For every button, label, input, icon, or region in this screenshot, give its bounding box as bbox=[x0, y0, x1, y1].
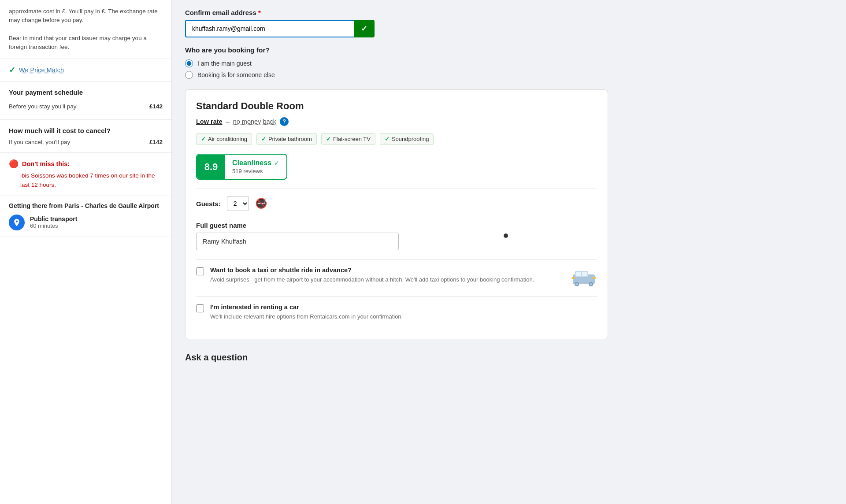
sidebar: approximate cost in £. You'll pay in €. … bbox=[0, 0, 172, 504]
price-match-label[interactable]: We Price Match bbox=[19, 67, 64, 74]
price-match-row: ✓ We Price Match bbox=[0, 59, 171, 82]
svg-point-5 bbox=[575, 283, 578, 285]
amenity-bathroom-label: Private bathroom bbox=[268, 136, 312, 142]
guests-label: Guests: bbox=[196, 200, 221, 208]
car-rental-title: I'm interested in renting a car bbox=[210, 304, 403, 311]
transport-name: Public transport bbox=[30, 215, 77, 222]
amenity-tv-label: Flat-screen TV bbox=[333, 136, 371, 142]
email-confirm-button[interactable]: ✓ bbox=[354, 20, 375, 37]
transport-time: 60 minutes bbox=[30, 222, 77, 229]
no-money-back-label: no money back bbox=[233, 118, 276, 125]
email-input-row: ✓ bbox=[185, 20, 375, 37]
getting-there-title: Getting there from Paris - Charles de Ga… bbox=[9, 202, 163, 209]
ask-question-section: Ask a question bbox=[185, 352, 833, 363]
car-rental-text: I'm interested in renting a car We'll in… bbox=[210, 304, 403, 321]
svg-point-7 bbox=[590, 283, 592, 285]
amenity-check-icon-2: ✓ bbox=[261, 136, 266, 142]
divider bbox=[196, 189, 597, 189]
before-stay-label: Before you stay you'll pay bbox=[9, 103, 76, 110]
low-rate-label: Low rate bbox=[196, 118, 223, 125]
amenity-check-icon-3: ✓ bbox=[326, 136, 331, 142]
amenities-row: ✓ Air conditioning ✓ Private bathroom ✓ … bbox=[196, 133, 597, 145]
amenity-flat-screen-tv: ✓ Flat-screen TV bbox=[321, 133, 375, 145]
alert-icon: 🔴 bbox=[9, 159, 19, 169]
payment-schedule-title: Your payment schedule bbox=[9, 89, 163, 96]
email-label: Confirm email address * bbox=[185, 9, 833, 16]
before-stay-row: Before you stay you'll pay £142 bbox=[9, 100, 163, 112]
amenity-soundproofing: ✓ Soundproofing bbox=[380, 133, 434, 145]
amenity-air-label: Air conditioning bbox=[208, 136, 247, 142]
dont-miss-section: 🔴 Don't miss this: ibis Soissons was boo… bbox=[0, 153, 171, 196]
radio-someone-else-label: Booking is for someone else bbox=[197, 71, 275, 78]
svg-rect-3 bbox=[582, 272, 587, 276]
radio-main-guest[interactable]: I am the main guest bbox=[185, 59, 833, 67]
taxi-car-icon bbox=[571, 267, 597, 288]
svg-rect-2 bbox=[576, 272, 581, 276]
cleanliness-badge: 8.9 Cleanliness ✓ 519 reviews bbox=[196, 154, 287, 180]
cleanliness-title-row: Cleanliness ✓ bbox=[232, 159, 279, 167]
rate-row: Low rate – no money back ? bbox=[196, 117, 597, 126]
sidebar-top-note: approximate cost in £. You'll pay in €. … bbox=[0, 0, 171, 59]
info-icon[interactable]: ? bbox=[280, 117, 289, 126]
car-rental-desc: We'll include relevant hire options from… bbox=[210, 312, 403, 321]
amenity-soundproofing-label: Soundproofing bbox=[392, 136, 429, 142]
guest-name-section: Full guest name bbox=[196, 222, 597, 250]
guest-name-input[interactable] bbox=[196, 233, 399, 250]
room-title: Standard Double Room bbox=[196, 100, 597, 112]
taxi-option: Want to book a taxi or shuttle ride in a… bbox=[196, 259, 597, 296]
amenity-check-icon-4: ✓ bbox=[385, 136, 390, 142]
guests-row: Guests: 1 2 3 4 🚭 bbox=[196, 196, 597, 211]
car-rental-checkbox[interactable] bbox=[196, 304, 204, 312]
transport-info: Public transport 60 minutes bbox=[30, 215, 77, 229]
taxi-icon-wrapper bbox=[571, 267, 597, 289]
amenity-check-icon: ✓ bbox=[201, 136, 206, 142]
payment-schedule-section: Your payment schedule Before you stay yo… bbox=[0, 82, 171, 120]
taxi-desc: Avoid surprises - get from the airport t… bbox=[210, 275, 534, 284]
cancel-amount: £142 bbox=[149, 139, 163, 145]
taxi-text: Want to book a taxi or shuttle ride in a… bbox=[210, 267, 534, 284]
cleanliness-label: Cleanliness bbox=[232, 159, 271, 167]
radio-someone-else-input[interactable] bbox=[185, 71, 193, 79]
svg-rect-9 bbox=[593, 277, 596, 279]
guests-select[interactable]: 1 2 3 4 bbox=[227, 196, 249, 211]
main-content: Confirm email address * ✓ Who are you bo… bbox=[172, 0, 846, 504]
cleanliness-section: 8.9 Cleanliness ✓ 519 reviews bbox=[196, 154, 597, 180]
transport-row: Public transport 60 minutes bbox=[9, 215, 163, 230]
email-confirm-section: Confirm email address * ✓ bbox=[185, 9, 833, 37]
radio-main-guest-input[interactable] bbox=[185, 59, 193, 67]
ask-question-title: Ask a question bbox=[185, 352, 833, 363]
car-rental-option: I'm interested in renting a car We'll in… bbox=[196, 296, 597, 328]
cancellation-title: How much will it cost to cancel? bbox=[9, 127, 163, 134]
guest-name-label: Full guest name bbox=[196, 222, 597, 229]
getting-there-section: Getting there from Paris - Charles de Ga… bbox=[0, 196, 171, 237]
svg-rect-8 bbox=[571, 277, 575, 279]
booking-for-section: Who are you booking for? I am the main g… bbox=[185, 46, 833, 79]
radio-someone-else[interactable]: Booking is for someone else bbox=[185, 71, 833, 79]
cancel-label: If you cancel, you'll pay bbox=[9, 139, 70, 145]
email-confirm-check-icon: ✓ bbox=[361, 24, 367, 33]
transport-icon bbox=[9, 215, 25, 230]
top-note-line2: Bear in mind that your card issuer may c… bbox=[9, 34, 163, 52]
no-smoking-icon: 🚭 bbox=[255, 198, 267, 209]
amenity-private-bathroom: ✓ Private bathroom bbox=[256, 133, 317, 145]
radio-main-guest-label: I am the main guest bbox=[197, 60, 252, 67]
cancel-row: If you cancel, you'll pay £142 bbox=[9, 139, 163, 145]
cleanliness-reviews: 519 reviews bbox=[232, 168, 279, 174]
taxi-title: Want to book a taxi or shuttle ride in a… bbox=[210, 267, 534, 274]
cleanliness-score: 8.9 bbox=[197, 155, 225, 179]
cancellation-section: How much will it cost to cancel? If you … bbox=[0, 120, 171, 153]
amenity-air-conditioning: ✓ Air conditioning bbox=[196, 133, 252, 145]
email-input[interactable] bbox=[185, 20, 354, 37]
cleanliness-check-icon: ✓ bbox=[274, 159, 279, 167]
taxi-checkbox[interactable] bbox=[196, 267, 204, 275]
before-stay-amount: £142 bbox=[149, 103, 163, 110]
cleanliness-info: Cleanliness ✓ 519 reviews bbox=[225, 155, 286, 179]
booking-for-title: Who are you booking for? bbox=[185, 46, 833, 54]
dont-miss-body: ibis Soissons was booked 7 times on our … bbox=[9, 171, 163, 189]
room-card: Standard Double Room Low rate – no money… bbox=[185, 89, 608, 339]
top-note-line1: approximate cost in £. You'll pay in €. … bbox=[9, 7, 163, 25]
rate-dash: – bbox=[226, 118, 230, 125]
price-match-check-icon: ✓ bbox=[9, 65, 15, 75]
required-star: * bbox=[258, 9, 261, 16]
dont-miss-title: Don't miss this: bbox=[22, 160, 70, 167]
